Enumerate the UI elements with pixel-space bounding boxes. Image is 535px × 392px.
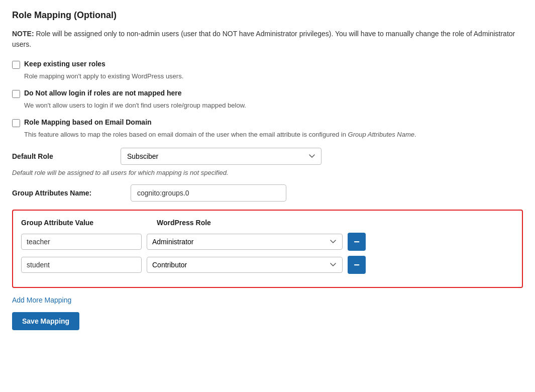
table-row: Administrator Editor Author Contributor … [21, 233, 514, 251]
note-label: NOTE: [12, 30, 34, 38]
save-mapping-button[interactable]: Save Mapping [12, 312, 79, 330]
page-title: Role Mapping (Optional) [12, 10, 523, 21]
no-login-label: Do Not allow login if roles are not mapp… [24, 89, 181, 97]
no-login-checkbox[interactable] [12, 90, 20, 98]
wp-role-select-wrapper-1: Administrator Editor Author Contributor … [147, 234, 343, 250]
keep-existing-row: Keep existing user roles [12, 60, 523, 69]
no-login-row: Do Not allow login if roles are not mapp… [12, 89, 523, 98]
default-role-label: Default Role [12, 152, 113, 160]
default-role-select-wrapper: Subsciber Administrator Editor Author Co… [121, 148, 322, 165]
default-role-select[interactable]: Subsciber Administrator Editor Author Co… [121, 148, 322, 165]
default-role-row: Default Role Subsciber Administrator Edi… [12, 148, 523, 165]
wp-role-select-2[interactable]: Administrator Editor Author Contributor … [147, 257, 343, 273]
keep-existing-description: Role mapping won't apply to existing Wor… [24, 72, 523, 81]
mapping-headers: Group Attribute Value WordPress Role [21, 219, 514, 227]
remove-row-1-button[interactable]: − [348, 233, 366, 251]
default-role-description: Default role will be assigned to all use… [12, 169, 523, 176]
email-domain-label: Role Mapping based on Email Domain [24, 118, 152, 126]
email-domain-description: This feature allows to map the roles bas… [24, 130, 523, 139]
table-row: Administrator Editor Author Contributor … [21, 256, 514, 274]
add-more-mapping-link[interactable]: Add More Mapping [12, 296, 71, 304]
remove-row-2-button[interactable]: − [348, 256, 366, 274]
email-domain-row: Role Mapping based on Email Domain [12, 118, 523, 127]
minus-icon-1: − [354, 237, 360, 247]
email-domain-checkbox[interactable] [12, 119, 20, 127]
no-login-description: We won't allow users to login if we don'… [24, 101, 523, 110]
group-attributes-label: Group Attributes Name: [12, 189, 123, 197]
col-header-group: Group Attribute Value [21, 219, 152, 227]
minus-icon-2: − [354, 260, 360, 270]
keep-existing-checkbox[interactable] [12, 61, 20, 69]
group-value-input-2[interactable] [21, 257, 142, 273]
group-attributes-italic: Group Attributes Name [348, 131, 414, 138]
note-text: Role will be assigned only to non-admin … [12, 30, 515, 48]
keep-existing-label: Keep existing user roles [24, 60, 105, 68]
group-value-input-1[interactable] [21, 234, 142, 250]
col-header-role: WordPress Role [157, 219, 358, 227]
mapping-section: Group Attribute Value WordPress Role Adm… [12, 210, 523, 288]
wp-role-select-wrapper-2: Administrator Editor Author Contributor … [147, 257, 343, 273]
note-block: NOTE: Role will be assigned only to non-… [12, 29, 523, 50]
wp-role-select-1[interactable]: Administrator Editor Author Contributor … [147, 234, 343, 250]
group-attributes-input[interactable] [131, 184, 286, 202]
group-attributes-row: Group Attributes Name: [12, 184, 523, 202]
